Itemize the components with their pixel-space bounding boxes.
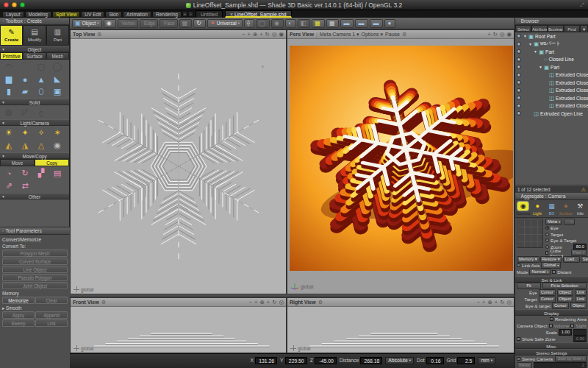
toolbar-button[interactable]: ▬ xyxy=(370,19,383,28)
toolbox-tab-create[interactable]: ✎Create xyxy=(0,25,23,46)
aggregate-tab[interactable]: ● Surface xyxy=(559,201,573,216)
gear-icon[interactable]: ⚙ xyxy=(101,300,106,305)
visibility-eye-toggle[interactable] xyxy=(515,57,522,62)
expand-triangle-icon[interactable]: ▼ xyxy=(534,49,537,54)
zoom-region-icon[interactable]: ◎ xyxy=(272,31,277,38)
subtab-primitive[interactable]: Primitive xyxy=(0,52,23,60)
radio-eye[interactable] xyxy=(545,226,549,230)
load-button[interactable]: Load... xyxy=(563,256,580,263)
workspace-tab[interactable]: Rendering xyxy=(152,11,182,18)
toolbar-button[interactable]: ✦ Universal ▾ xyxy=(207,19,243,28)
coordinate-value[interactable]: 131.26 xyxy=(255,357,277,364)
toolbar-button[interactable]: ▦ xyxy=(326,19,340,28)
toolbar-button[interactable]: Edge xyxy=(140,19,158,28)
radio-zoom[interactable] xyxy=(545,245,549,249)
smooth-link-button[interactable]: Link xyxy=(35,319,68,327)
filter-funnel-icon[interactable]: ▼ xyxy=(580,25,588,32)
toolbar-button[interactable]: ▣ Object ▾ xyxy=(72,19,102,28)
save-button[interactable]: Save... xyxy=(581,256,588,263)
move-copy-tool-icon[interactable]: ▞ xyxy=(33,167,49,180)
rotate-view-icon[interactable]: ↻ xyxy=(500,299,504,305)
clear-button[interactable]: Clear xyxy=(35,297,68,304)
tree-item[interactable]: ◫ Extruded Closed xyxy=(515,79,588,87)
move-copy-tool-icon[interactable]: ▤ xyxy=(49,167,65,180)
toolbar-button[interactable]: ▬ xyxy=(340,19,354,28)
light-camera-tool-icon[interactable]: ◭ xyxy=(1,139,17,152)
camera-trackpad[interactable] xyxy=(517,219,543,248)
gear-icon[interactable]: ⚙ xyxy=(402,32,406,38)
solid-tool-icon[interactable]: ◸ xyxy=(17,106,33,118)
primitive-tool-icon[interactable]: ● xyxy=(17,73,33,85)
toolbar-button[interactable]: ↻ xyxy=(193,19,206,28)
radio-eye-target[interactable] xyxy=(545,238,549,242)
section-other[interactable]: ▼Other xyxy=(0,193,69,199)
link-axis-checkbox[interactable] xyxy=(517,263,520,267)
visibility-eye-toggle[interactable] xyxy=(515,49,522,54)
browser-tab-boolean[interactable]: Boolean xyxy=(548,25,564,32)
right-viewport[interactable]: Right View ⚙ − + ⊕ + ↻ ◎ global xyxy=(287,297,514,353)
stereo-camera-checkbox[interactable] xyxy=(517,357,520,361)
mode-dropdown[interactable]: Normal▾ xyxy=(529,269,551,275)
primitive-tool-icon[interactable]: ⌒ xyxy=(17,60,33,73)
tree-item[interactable]: ◫ Extruded Closed xyxy=(515,94,588,102)
primitive-tool-icon[interactable]: ◣ xyxy=(49,73,65,85)
convert-button[interactable]: Joint Object xyxy=(2,282,68,289)
smooth-append-button[interactable]: Append xyxy=(35,311,68,319)
grid-value[interactable]: 2.5 xyxy=(457,357,475,364)
zoom-out-icon[interactable]: − xyxy=(242,31,245,38)
pan-icon[interactable]: + xyxy=(267,299,270,305)
pan-icon[interactable]: + xyxy=(495,299,498,305)
eyetarget-cursor-button[interactable]: Cursor xyxy=(552,302,569,309)
shading-icon[interactable]: ◉ xyxy=(279,31,284,38)
toolbar-button[interactable]: ▬ xyxy=(355,19,368,28)
front-view-canvas[interactable]: global xyxy=(71,308,285,352)
volume-checkbox[interactable] xyxy=(549,324,553,328)
pan-icon[interactable]: + xyxy=(259,31,262,38)
visibility-eye-toggle[interactable] xyxy=(515,104,522,108)
target-cursor-button[interactable]: Cursor xyxy=(539,296,556,302)
light-camera-tool-icon[interactable]: ✦ xyxy=(17,127,33,139)
visibility-eye-toggle[interactable] xyxy=(515,42,522,46)
rotate-view-icon[interactable]: ↻ xyxy=(493,31,498,38)
workspace-remove-button[interactable]: − xyxy=(188,11,193,17)
aggregate-tab[interactable]: ● Light xyxy=(530,201,544,216)
fit-view-icon[interactable]: ⊕ xyxy=(259,299,264,305)
fit-view-icon[interactable]: ⊕ xyxy=(487,299,492,305)
pause-button[interactable]: Pause xyxy=(385,32,400,37)
workspace-tab[interactable]: Skin xyxy=(105,11,122,18)
unit-dropdown[interactable]: mm▾ xyxy=(478,357,495,364)
fit-view-icon[interactable]: ⊕ xyxy=(253,31,257,38)
subtab-surface[interactable]: Surface xyxy=(23,52,46,60)
radio-target[interactable] xyxy=(545,233,549,236)
shading-icon[interactable]: ◉ xyxy=(506,31,512,38)
move-copy-tool-icon[interactable]: ⇄ xyxy=(17,180,33,192)
section-move-copy[interactable]: ▼Move/Copy xyxy=(0,152,69,159)
convert-button[interactable]: Line Object xyxy=(2,266,68,273)
pan-icon[interactable]: + xyxy=(487,31,490,38)
top-view-canvas[interactable]: + global xyxy=(71,40,285,293)
toolbox-tab-part[interactable]: ▥Part xyxy=(46,25,69,46)
smooth-sweep-button[interactable]: Sweep xyxy=(2,319,35,327)
collapse-triangle-icon[interactable]: ▼ xyxy=(1,99,5,106)
smooth-apply-button[interactable]: Apply xyxy=(2,311,35,319)
right-view-canvas[interactable]: global xyxy=(288,308,513,352)
gear-icon[interactable]: ⚙ xyxy=(318,300,323,305)
tab-move[interactable]: Move xyxy=(0,159,35,166)
light-camera-tool-icon[interactable]: ◮ xyxy=(17,139,33,152)
visibility-eye-toggle[interactable] xyxy=(515,96,522,100)
toolbar-button[interactable]: Face xyxy=(159,19,177,28)
coordinate-value[interactable]: 229.50 xyxy=(285,357,307,364)
browser-tab-select[interactable]: Select xyxy=(515,25,531,32)
expand-triangle-icon[interactable]: ▼ xyxy=(528,42,532,46)
primitive-tool-icon[interactable]: ▣ xyxy=(49,85,65,98)
link-axis-dropdown[interactable]: Global▾ xyxy=(541,262,561,269)
zoom-window-button[interactable] xyxy=(20,2,25,7)
toolbar-button[interactable]: ▦ xyxy=(179,19,193,28)
zoom-in-icon[interactable]: + xyxy=(248,31,251,38)
tree-item[interactable]: ▼ ▣ Root Part xyxy=(515,32,588,40)
tree-item[interactable]: ▼ ▣ wsパート xyxy=(515,40,588,49)
tree-item[interactable]: ◫ Extruded Closed xyxy=(515,102,588,110)
front-viewport[interactable]: Front View ⚙ − + ⊕ + ↻ ◎ global xyxy=(70,297,287,353)
eye-link-button[interactable]: Link xyxy=(575,289,587,296)
move-copy-tool-icon[interactable]: ⇗ xyxy=(1,180,17,192)
